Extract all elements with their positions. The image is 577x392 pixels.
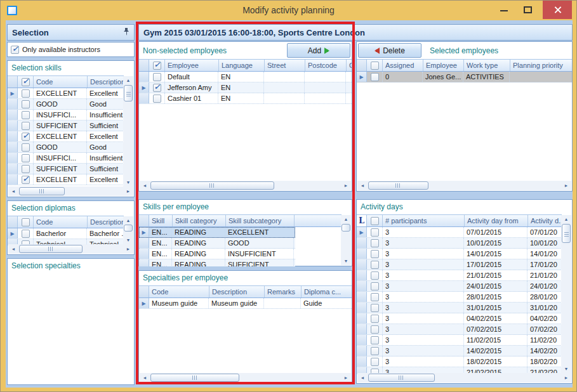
table-row[interactable]: GOOD Good (8, 142, 124, 153)
column-header-city[interactable]: City (346, 60, 352, 71)
select-all-checkbox[interactable] (153, 62, 161, 70)
table-row[interactable]: Jefferson Amy EN (139, 82, 352, 93)
row-selector[interactable] (139, 72, 149, 82)
checkbox[interactable] (371, 282, 379, 291)
table-row[interactable]: INSUFFICI... Insufficient (8, 110, 124, 121)
table-row[interactable]: 3 31/01/2015 31/01/20 (357, 303, 562, 313)
row-selector[interactable] (357, 324, 367, 334)
table-row[interactable]: 3 07/02/2015 07/02/20 (357, 324, 562, 335)
table-row[interactable]: EXCELLENT Excellent (8, 174, 124, 185)
scroll-right-icon[interactable]: ► (123, 186, 133, 196)
table-row[interactable]: 0 Jones Ge... ACTIVITIES (357, 72, 572, 82)
maximize-button[interactable] (524, 6, 532, 13)
scrollbar-thumb[interactable] (124, 85, 133, 101)
checkbox[interactable] (371, 261, 379, 269)
scroll-up-icon[interactable]: ▲ (123, 216, 133, 225)
scroll-up-icon[interactable]: ▲ (341, 215, 351, 223)
checkbox[interactable] (22, 165, 30, 173)
scroll-left-icon[interactable]: ◄ (357, 181, 368, 190)
scroll-left-icon[interactable]: ◄ (140, 181, 150, 190)
table-row[interactable]: SUFFICIENT Sufficient (8, 121, 124, 131)
checkbox[interactable] (371, 293, 379, 301)
column-header-description[interactable]: Description (87, 76, 124, 88)
row-selector[interactable] (8, 228, 18, 238)
row-selector[interactable] (357, 238, 367, 248)
checkbox[interactable] (371, 358, 379, 366)
row-selector[interactable] (357, 313, 367, 323)
horizontal-scrollbar[interactable]: ◄ ► (357, 181, 571, 190)
column-header-skill[interactable]: Skill (149, 215, 172, 226)
table-row[interactable]: 3 18/02/2015 18/02/20 (357, 356, 562, 367)
scrollbar-thumb[interactable] (150, 374, 239, 382)
checkbox[interactable] (371, 228, 379, 237)
row-selector[interactable] (357, 259, 367, 270)
table-row[interactable]: EN... READING GOOD (139, 238, 295, 249)
scroll-left-icon[interactable]: ◄ (8, 186, 18, 196)
scroll-left-icon[interactable]: ◄ (357, 373, 368, 382)
column-header-participants[interactable]: # participants (383, 215, 464, 226)
table-row[interactable]: Bacherlor Bacherlor ... (8, 228, 124, 239)
row-selector[interactable] (139, 82, 149, 93)
minimize-button[interactable] (500, 10, 508, 11)
select-all-checkbox[interactable] (371, 62, 379, 70)
vertical-scrollbar[interactable]: ▲ ▼ (123, 216, 133, 244)
checkbox[interactable] (153, 84, 161, 92)
row-selector[interactable] (8, 110, 18, 120)
column-header-work-type[interactable]: Work type (463, 60, 510, 71)
column-header-postcode[interactable]: Postcode (305, 60, 346, 71)
row-selector[interactable] (357, 281, 367, 291)
column-header-language[interactable]: Language (218, 60, 264, 71)
row-selector[interactable] (139, 249, 149, 259)
table-row[interactable]: 3 17/01/2015 17/01/20 (357, 259, 562, 270)
scroll-right-icon[interactable]: ► (561, 373, 571, 382)
checkbox[interactable] (371, 250, 379, 258)
table-row[interactable]: GOOD Good (8, 99, 124, 110)
row-selector[interactable] (357, 227, 367, 237)
scroll-right-icon[interactable]: ► (561, 181, 571, 190)
table-row[interactable]: Default EN (139, 72, 352, 82)
row-selector[interactable] (139, 227, 149, 237)
row-selector[interactable] (357, 292, 367, 302)
scroll-down-icon[interactable]: ▼ (341, 257, 351, 265)
column-header-description[interactable]: Description (209, 286, 264, 297)
checkbox[interactable] (371, 325, 379, 334)
column-header-code[interactable]: Code (149, 286, 209, 297)
row-selector[interactable] (8, 88, 18, 98)
scroll-left-icon[interactable]: ◄ (140, 373, 150, 382)
scroll-right-icon[interactable]: ► (341, 181, 351, 190)
table-row[interactable]: EXCELLENT Excellent (8, 131, 124, 142)
checkbox[interactable] (22, 230, 30, 238)
close-button[interactable] (543, 1, 572, 19)
table-row[interactable]: 3 21/01/2015 21/01/20 (357, 270, 562, 281)
column-header-street[interactable]: Street (264, 60, 305, 71)
scroll-right-icon[interactable]: ► (341, 373, 351, 382)
column-header-remarks[interactable]: Remarks (264, 286, 301, 297)
row-selector[interactable] (357, 356, 367, 367)
row-selector[interactable] (357, 303, 367, 313)
checkbox[interactable] (371, 304, 379, 312)
scrollbar-thumb[interactable] (342, 224, 350, 232)
row-selector[interactable] (139, 259, 149, 266)
table-row[interactable]: 3 10/01/2015 10/01/20 (357, 238, 562, 249)
table-row[interactable]: 3 04/02/2015 04/02/20 (357, 313, 562, 324)
scroll-up-icon[interactable]: ▲ (561, 215, 571, 223)
scroll-left-icon[interactable]: ◄ (8, 244, 18, 254)
column-header-description[interactable]: Description (87, 216, 124, 228)
checkbox[interactable] (22, 100, 30, 108)
checkbox[interactable] (22, 111, 30, 119)
table-row[interactable]: 3 14/01/2015 14/01/20 (357, 249, 562, 259)
vertical-scrollbar[interactable]: ▲ ▼ (123, 76, 133, 186)
checkbox[interactable] (371, 73, 379, 81)
table-row[interactable]: 3 28/01/2015 28/01/20 (357, 292, 562, 303)
column-header-employee[interactable]: Employee (165, 60, 218, 71)
scrollbar-thumb[interactable] (124, 225, 133, 232)
horizontal-scrollbar[interactable]: ◄ ► (357, 373, 571, 382)
column-header-planning-priority[interactable]: Planning priority (510, 60, 572, 71)
table-row[interactable]: Cashier 01 EN (139, 93, 352, 104)
checkbox[interactable] (371, 271, 379, 280)
scroll-down-icon[interactable]: ▼ (123, 236, 133, 244)
scroll-down-icon[interactable]: ▼ (123, 178, 133, 186)
row-selector[interactable] (8, 174, 18, 185)
table-row[interactable]: EXCELLENT Excellent (8, 88, 124, 99)
checkbox[interactable] (22, 176, 30, 184)
